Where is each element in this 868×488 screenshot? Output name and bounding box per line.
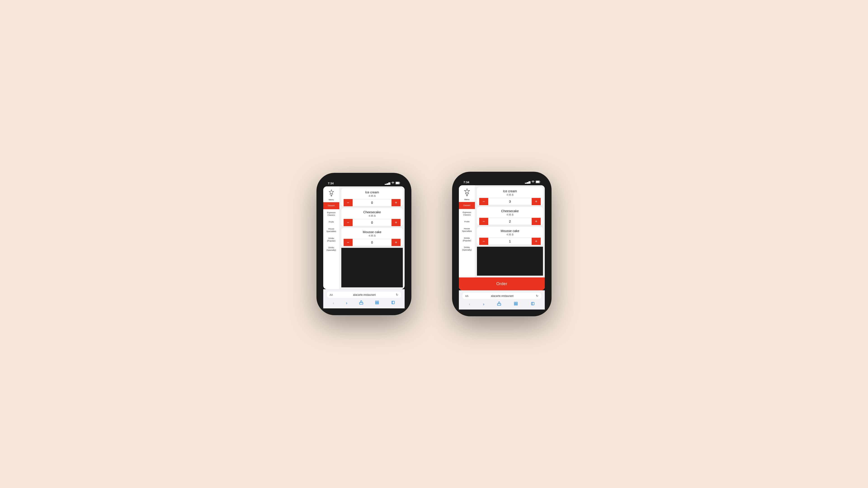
minus-btn-cheesecake-left[interactable]: − bbox=[344, 219, 352, 226]
svg-rect-5 bbox=[376, 301, 377, 302]
item-price-ice-cream-left: 4.95 $ bbox=[344, 195, 401, 197]
sidebar-item-fruits-left[interactable]: Fruits bbox=[323, 219, 339, 225]
item-price-ice-cream-right: 4.95 $ bbox=[479, 193, 541, 196]
main-content-left: Ice cream 4.95 $ − 0 + Cheesecake 4.95 $ bbox=[340, 186, 405, 289]
qty-control-ice-cream-left: − 0 + bbox=[344, 199, 401, 206]
qty-control-cheesecake-left: − 0 + bbox=[344, 219, 401, 226]
qty-control-cheesecake-right: − 2 + bbox=[479, 218, 541, 225]
svg-rect-1 bbox=[396, 182, 399, 184]
url-text-right: alacarte.restaurant bbox=[491, 294, 514, 297]
status-bar-left: 7:34 ▂▄▆ bbox=[323, 180, 405, 186]
menu-label-left: Menu bbox=[327, 199, 336, 201]
sidebar-item-drinks-spec-left[interactable]: Drinks (Specialty) bbox=[323, 244, 339, 254]
item-price-mousse-right: 4.95 $ bbox=[479, 233, 541, 236]
aa-label-right: AA bbox=[465, 295, 469, 297]
dark-area-right bbox=[477, 247, 543, 275]
status-bar-right: 7:34 ▂▄▆ bbox=[459, 178, 545, 185]
plus-btn-mousse-right[interactable]: + bbox=[532, 238, 541, 245]
minus-btn-ice-cream-right[interactable]: − bbox=[479, 198, 488, 205]
item-name-ice-cream-right: Ice cream bbox=[479, 189, 541, 193]
item-price-cheesecake-right: 4.95 $ bbox=[479, 213, 541, 216]
reload-icon-left[interactable]: ↻ bbox=[396, 293, 398, 296]
order-button[interactable]: Order bbox=[459, 278, 545, 290]
url-bar-left[interactable]: AA alacarte.restaurant ↻ bbox=[327, 292, 401, 298]
qty-value-cheesecake-right: 2 bbox=[488, 218, 532, 225]
forward-btn-left[interactable]: › bbox=[344, 300, 349, 306]
minus-btn-mousse-right[interactable]: − bbox=[479, 238, 488, 245]
bookmarks-btn-left[interactable] bbox=[373, 300, 381, 306]
menu-card-ice-cream-right: Ice cream 4.95 $ − 3 + bbox=[477, 187, 543, 205]
menu-card-mousse-right: Mousse cake 4.95 $ − 1 + bbox=[477, 227, 543, 245]
battery-icon-left bbox=[396, 182, 400, 185]
menu-card-cheesecake-right: Cheesecake 4.95 $ − 2 + bbox=[477, 207, 543, 225]
logo-right: Menu bbox=[461, 185, 473, 202]
svg-rect-6 bbox=[377, 301, 379, 302]
signal-icon-left: ▂▄▆ bbox=[385, 182, 390, 185]
svg-rect-9 bbox=[392, 301, 395, 304]
sidebar-item-espresso-left[interactable]: Espresso Classics bbox=[323, 209, 339, 219]
minus-btn-mousse-left[interactable]: − bbox=[344, 239, 352, 246]
time-left: 7:34 bbox=[328, 182, 334, 185]
item-name-mousse-left: Mousse cake bbox=[344, 230, 401, 234]
logo-left: Menu bbox=[326, 186, 337, 202]
time-right: 7:34 bbox=[463, 181, 469, 184]
qty-control-mousse-right: − 1 + bbox=[479, 238, 541, 245]
menu-label-right: Menu bbox=[463, 198, 471, 201]
minus-btn-cheesecake-right[interactable]: − bbox=[479, 218, 488, 225]
svg-rect-7 bbox=[376, 303, 377, 304]
qty-control-mousse-left: − 0 + bbox=[344, 239, 401, 246]
svg-rect-17 bbox=[515, 304, 516, 305]
screen-right: Menu Dessert Espresso Classics Fruits Ho… bbox=[459, 185, 545, 290]
menu-card-mousse-left: Mousse cake 4.95 $ − 0 + bbox=[341, 228, 403, 246]
sidebar-item-dessert-right[interactable]: Dessert bbox=[459, 202, 475, 209]
sidebar-item-fruits-right[interactable]: Fruits bbox=[459, 218, 475, 225]
sidebar-item-drinks-pop-right[interactable]: Drinks (Popular) bbox=[459, 235, 475, 244]
sidebar-item-espresso-right[interactable]: Espresso Classics bbox=[459, 209, 475, 219]
phone-left: 7:34 ▂▄▆ bbox=[316, 173, 411, 315]
url-text-left: alacarte.restaurant bbox=[353, 293, 376, 296]
wifi-icon-left bbox=[391, 182, 395, 185]
plus-btn-ice-cream-left[interactable]: + bbox=[392, 199, 401, 206]
browser-bar-left: AA alacarte.restaurant ↻ ‹ › bbox=[323, 289, 405, 308]
plus-btn-cheesecake-right[interactable]: + bbox=[532, 218, 541, 225]
status-icons-left: ▂▄▆ bbox=[385, 182, 400, 185]
bookmarks-btn-right[interactable] bbox=[512, 301, 520, 308]
svg-rect-11 bbox=[536, 181, 539, 183]
sidebar-item-drinks-spec-right[interactable]: Drinks (Specialty) bbox=[459, 244, 475, 254]
minus-btn-ice-cream-left[interactable]: − bbox=[344, 199, 352, 206]
svg-rect-15 bbox=[515, 302, 516, 304]
item-name-cheesecake-left: Cheesecake bbox=[344, 210, 401, 214]
browser-bar-right: AA alacarte.restaurant ↻ ‹ › bbox=[459, 290, 545, 310]
battery-icon-right bbox=[536, 181, 540, 184]
svg-rect-8 bbox=[377, 303, 379, 304]
tabs-btn-right[interactable] bbox=[529, 301, 537, 308]
sidebar-item-dessert-left[interactable]: Dessert bbox=[323, 202, 339, 209]
item-name-ice-cream-left: Ice cream bbox=[344, 191, 401, 194]
sidebar-left: Menu Dessert Espresso Classics Fruits Ho… bbox=[323, 186, 340, 289]
plus-btn-ice-cream-right[interactable]: + bbox=[532, 198, 541, 205]
sidebar-item-house-right[interactable]: House Specialties bbox=[459, 225, 475, 235]
qty-value-mousse-left: 0 bbox=[352, 239, 392, 246]
qty-value-mousse-right: 1 bbox=[488, 238, 532, 245]
tabs-btn-left[interactable] bbox=[389, 300, 397, 306]
item-name-cheesecake-right: Cheesecake bbox=[479, 209, 541, 213]
share-btn-left[interactable] bbox=[358, 300, 365, 306]
back-btn-left[interactable]: ‹ bbox=[331, 300, 336, 306]
phone-right: 7:34 ▂▄▆ bbox=[452, 172, 552, 316]
sidebar-item-house-left[interactable]: House Specialties bbox=[323, 225, 339, 235]
forward-btn-right[interactable]: › bbox=[481, 301, 486, 307]
reload-icon-right[interactable]: ↻ bbox=[536, 294, 538, 297]
plus-btn-cheesecake-left[interactable]: + bbox=[392, 219, 401, 226]
menu-card-cheesecake-left: Cheesecake 4.95 $ − 0 + bbox=[341, 208, 403, 226]
wifi-icon-right bbox=[531, 180, 535, 184]
back-btn-right[interactable]: ‹ bbox=[467, 301, 472, 307]
plus-btn-mousse-left[interactable]: + bbox=[392, 239, 401, 246]
url-bar-right[interactable]: AA alacarte.restaurant ↻ bbox=[463, 293, 541, 299]
share-btn-right[interactable] bbox=[495, 301, 503, 308]
item-price-cheesecake-left: 4.95 $ bbox=[344, 215, 401, 217]
browser-nav-right: ‹ › bbox=[463, 299, 541, 308]
item-name-mousse-right: Mousse cake bbox=[479, 229, 541, 233]
sidebar-right: Menu Dessert Espresso Classics Fruits Ho… bbox=[459, 185, 475, 278]
item-price-mousse-left: 4.95 $ bbox=[344, 234, 401, 237]
sidebar-item-drinks-pop-left[interactable]: Drinks (Popular) bbox=[323, 235, 339, 245]
